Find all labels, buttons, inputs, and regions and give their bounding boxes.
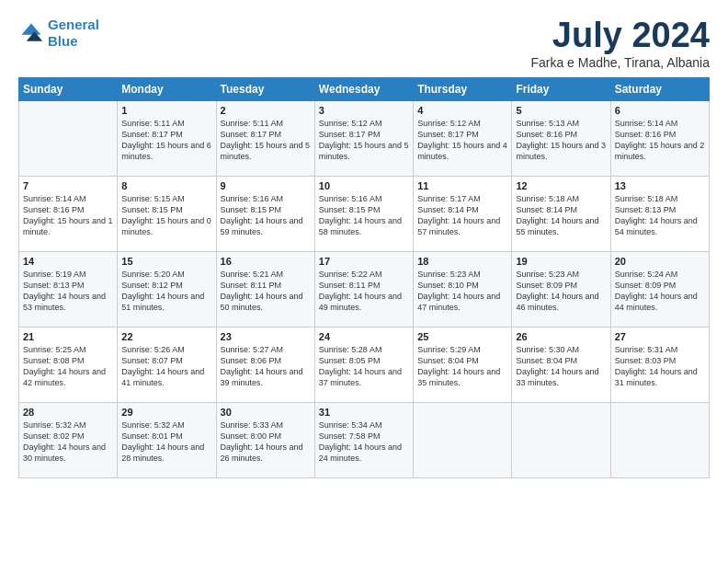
calendar-cell: 31Sunrise: 5:34 AMSunset: 7:58 PMDayligh…	[314, 402, 413, 477]
cell-info: Sunrise: 5:16 AMSunset: 8:15 PMDaylight:…	[221, 193, 311, 238]
cell-info: Sunrise: 5:19 AMSunset: 8:13 PMDaylight:…	[23, 269, 113, 314]
day-number: 13	[615, 180, 705, 191]
calendar-cell: 5Sunrise: 5:13 AMSunset: 8:16 PMDaylight…	[512, 100, 610, 176]
cell-info: Sunrise: 5:28 AMSunset: 8:05 PMDaylight:…	[319, 344, 409, 389]
calendar-week-1: 7Sunrise: 5:14 AMSunset: 8:16 PMDaylight…	[19, 176, 710, 251]
calendar-cell: 16Sunrise: 5:21 AMSunset: 8:11 PMDayligh…	[216, 251, 314, 327]
day-number: 2	[221, 105, 311, 116]
calendar-cell: 3Sunrise: 5:12 AMSunset: 8:17 PMDaylight…	[314, 100, 413, 176]
day-number: 10	[319, 180, 409, 191]
calendar-cell: 4Sunrise: 5:12 AMSunset: 8:17 PMDaylight…	[414, 100, 512, 176]
day-number: 7	[23, 180, 113, 191]
day-number: 28	[23, 407, 113, 418]
calendar-cell	[19, 100, 118, 176]
day-number: 27	[615, 331, 705, 342]
header-friday: Friday	[512, 77, 610, 100]
cell-info: Sunrise: 5:23 AMSunset: 8:09 PMDaylight:…	[516, 269, 606, 314]
calendar-cell: 18Sunrise: 5:23 AMSunset: 8:10 PMDayligh…	[414, 251, 512, 327]
calendar-cell: 21Sunrise: 5:25 AMSunset: 8:08 PMDayligh…	[19, 327, 118, 402]
calendar-week-2: 14Sunrise: 5:19 AMSunset: 8:13 PMDayligh…	[19, 251, 710, 327]
cell-info: Sunrise: 5:29 AMSunset: 8:04 PMDaylight:…	[417, 344, 507, 389]
header-wednesday: Wednesday	[314, 77, 413, 100]
day-number: 3	[319, 105, 409, 116]
day-number: 5	[516, 105, 606, 116]
calendar-cell	[414, 402, 512, 477]
header-sunday: Sunday	[19, 77, 118, 100]
cell-info: Sunrise: 5:11 AMSunset: 8:17 PMDaylight:…	[121, 118, 211, 163]
month-title: July 2024	[530, 17, 710, 55]
svg-marker-0	[22, 24, 41, 35]
day-number: 1	[121, 105, 211, 116]
cell-info: Sunrise: 5:25 AMSunset: 8:08 PMDaylight:…	[23, 344, 113, 389]
day-number: 11	[417, 180, 507, 191]
day-number: 31	[319, 407, 409, 418]
cell-info: Sunrise: 5:26 AMSunset: 8:07 PMDaylight:…	[121, 344, 211, 389]
calendar-cell: 22Sunrise: 5:26 AMSunset: 8:07 PMDayligh…	[118, 327, 216, 402]
cell-info: Sunrise: 5:14 AMSunset: 8:16 PMDaylight:…	[615, 118, 705, 163]
cell-info: Sunrise: 5:32 AMSunset: 8:02 PMDaylight:…	[23, 419, 113, 465]
calendar-cell: 2Sunrise: 5:11 AMSunset: 8:17 PMDaylight…	[216, 100, 314, 176]
day-number: 22	[121, 331, 211, 342]
cell-info: Sunrise: 5:18 AMSunset: 8:14 PMDaylight:…	[516, 193, 606, 238]
day-number: 17	[319, 256, 409, 267]
calendar-cell: 25Sunrise: 5:29 AMSunset: 8:04 PMDayligh…	[414, 327, 512, 402]
cell-info: Sunrise: 5:23 AMSunset: 8:10 PMDaylight:…	[417, 269, 507, 314]
day-number: 14	[23, 256, 113, 267]
cell-info: Sunrise: 5:32 AMSunset: 8:01 PMDaylight:…	[121, 419, 211, 465]
day-number: 21	[23, 331, 113, 342]
calendar-table: Sunday Monday Tuesday Wednesday Thursday…	[18, 77, 710, 478]
calendar-week-3: 21Sunrise: 5:25 AMSunset: 8:08 PMDayligh…	[19, 327, 710, 402]
header-thursday: Thursday	[414, 77, 512, 100]
cell-info: Sunrise: 5:16 AMSunset: 8:15 PMDaylight:…	[319, 193, 409, 238]
header-tuesday: Tuesday	[216, 77, 314, 100]
calendar-cell: 10Sunrise: 5:16 AMSunset: 8:15 PMDayligh…	[314, 176, 413, 251]
header-row: Sunday Monday Tuesday Wednesday Thursday…	[19, 77, 710, 100]
cell-info: Sunrise: 5:31 AMSunset: 8:03 PMDaylight:…	[615, 344, 705, 389]
cell-info: Sunrise: 5:13 AMSunset: 8:16 PMDaylight:…	[516, 118, 606, 163]
logo-line2: Blue	[48, 33, 78, 49]
logo-icon	[18, 20, 44, 46]
calendar-cell: 30Sunrise: 5:33 AMSunset: 8:00 PMDayligh…	[216, 402, 314, 477]
header-saturday: Saturday	[610, 77, 709, 100]
day-number: 8	[121, 180, 211, 191]
subtitle: Farka e Madhe, Tirana, Albania	[530, 55, 710, 70]
calendar-cell: 17Sunrise: 5:22 AMSunset: 8:11 PMDayligh…	[314, 251, 413, 327]
calendar-cell: 13Sunrise: 5:18 AMSunset: 8:13 PMDayligh…	[610, 176, 709, 251]
calendar-cell: 1Sunrise: 5:11 AMSunset: 8:17 PMDaylight…	[118, 100, 216, 176]
cell-info: Sunrise: 5:20 AMSunset: 8:12 PMDaylight:…	[121, 269, 211, 314]
cell-info: Sunrise: 5:11 AMSunset: 8:17 PMDaylight:…	[221, 118, 311, 163]
day-number: 19	[516, 256, 606, 267]
calendar-cell	[512, 402, 610, 477]
calendar-cell: 8Sunrise: 5:15 AMSunset: 8:15 PMDaylight…	[118, 176, 216, 251]
header-monday: Monday	[118, 77, 216, 100]
day-number: 16	[221, 256, 311, 267]
day-number: 9	[221, 180, 311, 191]
calendar-cell: 20Sunrise: 5:24 AMSunset: 8:09 PMDayligh…	[610, 251, 709, 327]
calendar-cell: 28Sunrise: 5:32 AMSunset: 8:02 PMDayligh…	[19, 402, 118, 477]
day-number: 15	[121, 256, 211, 267]
cell-info: Sunrise: 5:30 AMSunset: 8:04 PMDaylight:…	[516, 344, 606, 389]
day-number: 29	[121, 407, 211, 418]
calendar-week-0: 1Sunrise: 5:11 AMSunset: 8:17 PMDaylight…	[19, 100, 710, 176]
day-number: 30	[221, 407, 311, 418]
cell-info: Sunrise: 5:18 AMSunset: 8:13 PMDaylight:…	[615, 193, 705, 238]
cell-info: Sunrise: 5:15 AMSunset: 8:15 PMDaylight:…	[121, 193, 211, 238]
day-number: 4	[417, 105, 507, 116]
cell-info: Sunrise: 5:14 AMSunset: 8:16 PMDaylight:…	[23, 193, 113, 238]
day-number: 12	[516, 180, 606, 191]
day-number: 18	[417, 256, 507, 267]
calendar-cell: 9Sunrise: 5:16 AMSunset: 8:15 PMDaylight…	[216, 176, 314, 251]
calendar-cell	[610, 402, 709, 477]
calendar-cell: 7Sunrise: 5:14 AMSunset: 8:16 PMDaylight…	[19, 176, 118, 251]
day-number: 20	[615, 256, 705, 267]
calendar-cell: 14Sunrise: 5:19 AMSunset: 8:13 PMDayligh…	[19, 251, 118, 327]
cell-info: Sunrise: 5:17 AMSunset: 8:14 PMDaylight:…	[417, 193, 507, 238]
day-number: 25	[417, 331, 507, 342]
logo: General Blue	[18, 17, 99, 50]
page: General Blue July 2024 Farka e Madhe, Ti…	[0, 0, 728, 563]
calendar-cell: 11Sunrise: 5:17 AMSunset: 8:14 PMDayligh…	[414, 176, 512, 251]
calendar-cell: 12Sunrise: 5:18 AMSunset: 8:14 PMDayligh…	[512, 176, 610, 251]
cell-info: Sunrise: 5:21 AMSunset: 8:11 PMDaylight:…	[221, 269, 311, 314]
cell-info: Sunrise: 5:12 AMSunset: 8:17 PMDaylight:…	[319, 118, 409, 163]
header: General Blue July 2024 Farka e Madhe, Ti…	[18, 17, 710, 70]
